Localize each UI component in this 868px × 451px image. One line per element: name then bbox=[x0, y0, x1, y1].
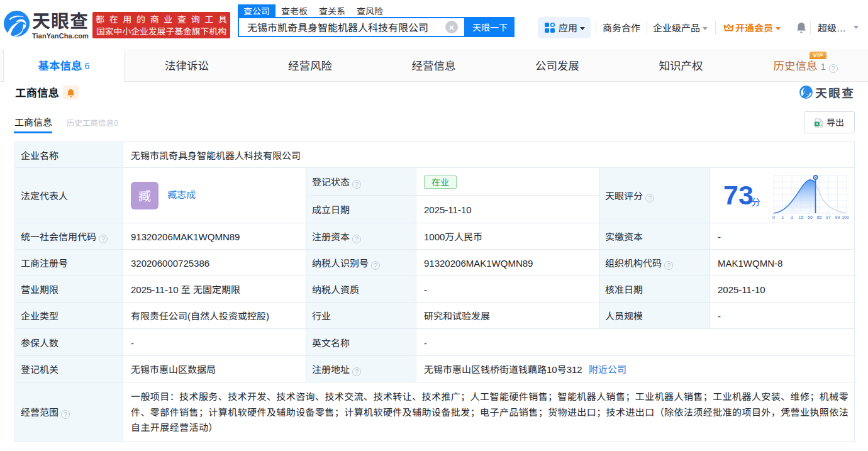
svg-text:3: 3 bbox=[791, 215, 793, 220]
svg-text:X: X bbox=[816, 122, 818, 126]
svg-text:1: 1 bbox=[782, 215, 784, 220]
svg-text:50: 50 bbox=[808, 215, 813, 220]
svg-text:97: 97 bbox=[826, 215, 831, 220]
svg-text:0: 0 bbox=[772, 215, 775, 220]
svg-text:99: 99 bbox=[835, 215, 840, 220]
svg-text:15: 15 bbox=[799, 215, 804, 220]
svg-text:85: 85 bbox=[817, 215, 822, 220]
svg-text:100: 100 bbox=[842, 215, 849, 220]
